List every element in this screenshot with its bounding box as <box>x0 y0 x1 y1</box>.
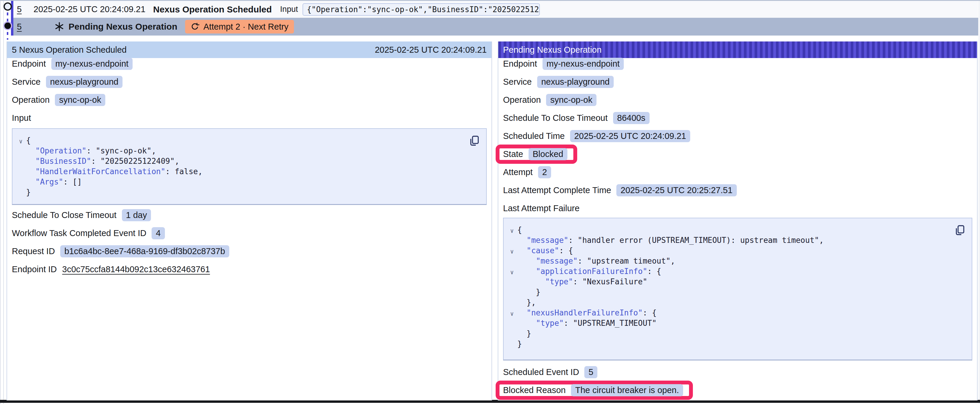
code-line: "BusinessID": "20250225122409", <box>16 156 468 166</box>
field-value-chip: my-nexus-endpoint <box>51 58 133 70</box>
field-label: Endpoint ID <box>12 265 57 274</box>
page-left-border <box>0 0 1 404</box>
code-line: "message": "handler error (UPSTREAM_TIME… <box>507 235 954 246</box>
field-label: State <box>503 149 523 159</box>
collapse-chevron-icon[interactable] <box>16 188 26 198</box>
field-value-chip: 5 <box>584 366 597 378</box>
timeline-dashed-line <box>7 13 8 21</box>
collapse-chevron-icon[interactable] <box>507 340 517 350</box>
field-label: Last Attempt Complete Time <box>503 185 611 195</box>
event-timestamp: 2025-02-25 UTC 20:24:09.21 <box>33 5 145 14</box>
code-line: }, <box>507 297 954 308</box>
field-row-endpoint: Endpoint my-nexus-endpoint <box>503 58 972 70</box>
input-json-viewer[interactable]: ∨{ "Operation": "sync-op-ok", "BusinessI… <box>12 128 487 205</box>
collapse-chevron-icon[interactable] <box>507 319 517 330</box>
state-highlight-box: State Blocked <box>496 144 577 164</box>
code-line: ∨{ <box>507 225 954 235</box>
timeline-gutter-line <box>3 1 4 404</box>
field-label: Service <box>12 77 41 87</box>
code-line: } <box>507 339 954 349</box>
field-label: Request ID <box>12 246 55 256</box>
collapse-chevron-icon[interactable] <box>16 167 26 178</box>
endpoint-id-link[interactable]: 3c0c75ccfa8144b092c13ce632463761 <box>62 265 210 274</box>
event-id-link[interactable]: 5 <box>17 5 26 14</box>
pending-operation-title: Pending Nexus Operation <box>503 45 601 55</box>
field-row-state: State Blocked <box>503 148 567 160</box>
timeline-open-node <box>3 2 12 11</box>
event-detail-title: 5 Nexus Operation Scheduled <box>12 45 127 55</box>
state-value-chip: Blocked <box>528 148 567 160</box>
field-label: Operation <box>12 95 49 105</box>
retry-icon <box>191 22 199 31</box>
field-row-last-attempt-complete-time: Last Attempt Complete Time 2025-02-25 UT… <box>503 185 972 196</box>
event-id-link[interactable]: 5 <box>17 22 26 32</box>
retry-status-badge: Attempt 2 · Next Retry <box>185 20 294 33</box>
collapse-chevron-icon[interactable] <box>507 330 517 340</box>
event-row-nexus-operation-scheduled[interactable]: 5 2025-02-25 UTC 20:24:09.21 Nexus Opera… <box>13 1 978 18</box>
collapse-chevron-icon[interactable] <box>507 257 517 267</box>
page-top-border <box>0 0 980 1</box>
field-value-chip: 4 <box>151 227 165 239</box>
collapse-chevron-icon[interactable]: ∨ <box>507 267 517 277</box>
code-line: "Operation": "sync-op-ok", <box>16 146 468 156</box>
field-value-chip: my-nexus-endpoint <box>542 58 624 70</box>
failure-json-viewer[interactable]: ∨{ "message": "handler error (UPSTREAM_T… <box>503 218 972 360</box>
field-label: Scheduled Time <box>503 131 565 141</box>
collapse-chevron-icon[interactable] <box>16 157 26 167</box>
event-detail-header: 5 Nexus Operation Scheduled 2025-02-25 U… <box>7 41 492 58</box>
collapse-chevron-icon[interactable]: ∨ <box>507 226 517 236</box>
field-row-scheduled-event-id: Scheduled Event ID 5 <box>503 366 972 378</box>
field-label: Schedule To Close Timeout <box>503 113 608 123</box>
code-line: "type": "UPSTREAM_TIMEOUT" <box>507 318 954 328</box>
field-row-schedule-to-close-timeout: Schedule To Close Timeout 86400s <box>503 112 972 124</box>
field-value-chip: 86400s <box>613 112 649 124</box>
field-value-chip: nexus-playground <box>46 76 123 88</box>
code-line: ∨ "applicationFailureInfo": { <box>507 266 954 277</box>
event-input-label: Input <box>280 5 298 14</box>
field-row-request-id: Request ID b1c6a4bc-8ee7-468a-9169-df3b0… <box>12 246 487 257</box>
last-attempt-failure-label: Last Attempt Failure <box>503 203 972 214</box>
copy-icon[interactable] <box>954 223 966 237</box>
pending-operation-panel: Pending Nexus Operation Endpoint my-nexu… <box>498 41 978 401</box>
code-line: } <box>507 328 954 339</box>
field-label: Schedule To Close Timeout <box>12 210 116 220</box>
field-label: Endpoint <box>12 59 46 69</box>
field-row-service: Service nexus-playground <box>12 76 487 88</box>
field-label: Operation <box>503 95 541 105</box>
timeline-dashed-line <box>7 32 8 40</box>
field-label: Workflow Task Completed Event ID <box>12 228 146 238</box>
field-row-attempt: Attempt 2 <box>503 166 972 178</box>
field-label: Scheduled Event ID <box>503 367 579 377</box>
field-row-scheduled-time: Scheduled Time 2025-02-25 UTC 20:24:09.2… <box>503 130 972 142</box>
event-row-pending-nexus-operation[interactable]: 5 Pending Nexus Operation Attempt 2 · Ne… <box>13 18 978 36</box>
collapse-chevron-icon[interactable] <box>507 288 517 298</box>
field-value-chip: nexus-playground <box>537 76 614 88</box>
pending-operation-header: Pending Nexus Operation <box>498 41 977 58</box>
field-value-chip: 2 <box>538 166 551 178</box>
field-value-chip: 2025-02-25 UTC 20:25:27.51 <box>616 184 737 196</box>
code-line: "Args": [] <box>16 177 468 187</box>
field-row-operation: Operation sync-op-ok <box>503 94 972 106</box>
collapse-chevron-icon[interactable] <box>507 236 517 246</box>
code-line: } <box>507 287 954 297</box>
pending-event-title: Pending Nexus Operation <box>68 22 177 32</box>
field-label: Attempt <box>503 167 533 177</box>
copy-icon[interactable] <box>468 134 480 147</box>
field-label: Endpoint <box>503 59 537 69</box>
field-row-schedule-to-close-timeout: Schedule To Close Timeout 1 day <box>12 209 487 221</box>
collapse-chevron-icon[interactable]: ∨ <box>16 136 26 147</box>
collapse-chevron-icon[interactable]: ∨ <box>507 246 517 257</box>
collapse-chevron-icon[interactable] <box>507 277 517 288</box>
code-line: "type": "NexusFailure" <box>507 277 954 287</box>
blocked-reason-highlight-box: Blocked Reason The circuit breaker is op… <box>496 380 693 400</box>
code-line: ∨ "cause": { <box>507 246 954 256</box>
field-value-chip: 1 day <box>122 209 151 221</box>
collapse-chevron-icon[interactable]: ∨ <box>507 309 517 319</box>
collapse-chevron-icon[interactable] <box>507 298 517 309</box>
collapse-chevron-icon[interactable] <box>16 147 26 157</box>
field-value-chip: sync-op-ok <box>55 94 105 106</box>
collapse-chevron-icon[interactable] <box>16 178 26 188</box>
code-line: "message": "upstream timeout", <box>507 256 954 266</box>
field-value-chip: sync-op-ok <box>546 94 597 106</box>
field-row-endpoint-id: Endpoint ID 3c0c75ccfa8144b092c13ce63246… <box>12 264 487 275</box>
